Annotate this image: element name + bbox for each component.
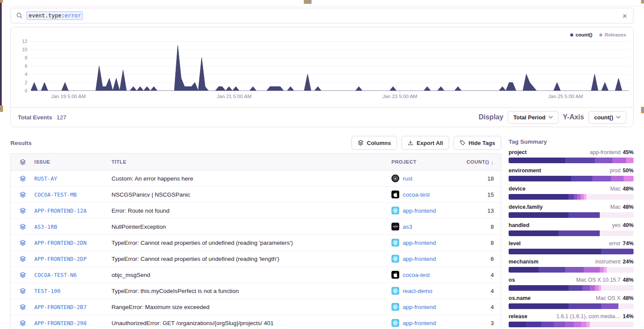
issue-link[interactable]: APP-FRONTEND-298 bbox=[34, 320, 112, 326]
yaxis-dropdown[interactable]: count() bbox=[588, 111, 626, 124]
facet-bar-segment[interactable] bbox=[568, 194, 574, 200]
project-link[interactable]: cocoa-test bbox=[403, 191, 430, 198]
facet-bar-segment[interactable] bbox=[601, 249, 634, 254]
facet-bar-segment[interactable] bbox=[554, 322, 565, 327]
facet-bar-segment[interactable] bbox=[581, 322, 586, 327]
issue-link[interactable]: APP-FRONTEND-2DP bbox=[34, 256, 112, 262]
project-link[interactable]: app-frontend bbox=[403, 256, 436, 262]
issue-link[interactable]: APP-FRONTEND-2DN bbox=[34, 240, 112, 246]
facet-bar-segment[interactable] bbox=[595, 158, 612, 163]
project-link[interactable]: react-demo bbox=[403, 288, 432, 294]
facet-bar-segment[interactable] bbox=[571, 176, 592, 181]
facet-bar-segment[interactable] bbox=[574, 194, 578, 200]
facet-bar[interactable] bbox=[509, 176, 634, 181]
facet-bar-segment[interactable] bbox=[565, 158, 595, 163]
project-link[interactable]: app-frontend bbox=[403, 240, 436, 246]
facet-bar[interactable] bbox=[509, 212, 634, 218]
area-chart[interactable]: 024681012 bbox=[31, 41, 629, 91]
legend-item-releases[interactable]: Releases bbox=[599, 32, 626, 37]
facet-bar-segment[interactable] bbox=[624, 176, 634, 181]
facet-bar[interactable] bbox=[509, 230, 634, 236]
issue-link[interactable]: RUST-AY bbox=[34, 175, 112, 182]
facet-bar-segment[interactable] bbox=[565, 267, 584, 273]
project-link[interactable]: rust bbox=[403, 175, 413, 182]
facet-bar-segment[interactable] bbox=[526, 322, 541, 327]
legend-item-count[interactable]: count() bbox=[570, 32, 592, 37]
facet-bar-segment[interactable] bbox=[592, 176, 611, 181]
search-token[interactable]: event.type:error bbox=[26, 11, 83, 20]
facet-bar-segment[interactable] bbox=[559, 230, 600, 236]
facet-bar-segment[interactable] bbox=[509, 176, 571, 181]
facet-bar-segment[interactable] bbox=[541, 322, 554, 327]
issue-link[interactable]: APP-FRONTEND-12A bbox=[34, 207, 112, 214]
facet-bar-segment[interactable] bbox=[601, 303, 618, 309]
facet-bar[interactable] bbox=[509, 267, 634, 273]
project-link[interactable]: app-frontend bbox=[403, 207, 436, 214]
search-clear-button[interactable]: × bbox=[621, 12, 628, 20]
selection-handle[interactable] bbox=[0, 105, 3, 112]
facet-bar-segment[interactable] bbox=[568, 285, 582, 291]
facet-bar[interactable] bbox=[509, 303, 634, 309]
facet-bar-segment[interactable] bbox=[568, 303, 601, 309]
selection-handle[interactable] bbox=[641, 0, 644, 3]
selection-handle[interactable] bbox=[0, 0, 3, 3]
hide-tags-button[interactable]: Hide Tags bbox=[453, 136, 501, 150]
header-cell-project[interactable]: PROJECT bbox=[391, 159, 461, 164]
facet-bar-segment[interactable] bbox=[509, 158, 565, 163]
facet-bar-segment[interactable] bbox=[598, 285, 601, 291]
search-bar[interactable]: event.type:error × bbox=[10, 8, 634, 23]
issue-link[interactable]: COCOA-TEST-MB bbox=[34, 191, 112, 198]
issue-link[interactable]: COCOA-TEST-N6 bbox=[34, 272, 112, 278]
selection-handle[interactable] bbox=[641, 107, 644, 113]
facet: levelerror74% bbox=[509, 240, 634, 254]
facet-bar-segment[interactable] bbox=[509, 212, 568, 218]
export-all-button[interactable]: Export All bbox=[401, 136, 449, 150]
facet-bar-segment[interactable] bbox=[626, 158, 634, 163]
facet-bar[interactable] bbox=[509, 285, 634, 291]
facet-bar-segment[interactable] bbox=[509, 230, 559, 236]
facet-bar[interactable] bbox=[509, 194, 634, 200]
header-cell-count[interactable]: COUNT() ↓ bbox=[461, 159, 501, 165]
display-dropdown[interactable]: Total Period bbox=[508, 111, 559, 124]
header-cell-issue[interactable]: ISSUE bbox=[34, 159, 112, 164]
facet-bar-segment[interactable] bbox=[577, 194, 580, 200]
facet-bar-segment[interactable] bbox=[539, 267, 565, 273]
facet: handledyes40% bbox=[509, 222, 634, 236]
facet-bar-segment[interactable] bbox=[611, 176, 624, 181]
project-link[interactable]: app-frontend bbox=[403, 304, 436, 310]
issue-link[interactable]: APP-FRONTEND-2B7 bbox=[34, 304, 112, 310]
facet-percent: 24% bbox=[623, 259, 634, 265]
selection-handle[interactable] bbox=[304, 0, 312, 4]
facet-bar-segment[interactable] bbox=[509, 285, 568, 291]
facet-bar-segment[interactable] bbox=[509, 194, 568, 200]
facet-bar-segment[interactable] bbox=[509, 322, 526, 327]
project-link[interactable]: app-frontend bbox=[403, 320, 436, 326]
facet-bar-segment[interactable] bbox=[509, 303, 568, 309]
facet-bar[interactable] bbox=[509, 249, 634, 254]
facet-bar[interactable] bbox=[509, 322, 634, 327]
facet-bar-segment[interactable] bbox=[590, 285, 595, 291]
facet-bar-segment[interactable] bbox=[584, 267, 600, 273]
facet-bar-segment[interactable] bbox=[568, 212, 600, 218]
facet-bar-segment[interactable] bbox=[595, 285, 599, 291]
yaxis-label: Y-Axis bbox=[563, 113, 584, 121]
facet-bar-segment[interactable] bbox=[509, 249, 601, 254]
facet-bar-segment[interactable] bbox=[612, 158, 626, 163]
facet-bar-segment[interactable] bbox=[604, 267, 607, 273]
issue-link[interactable]: TEST-100 bbox=[34, 288, 112, 294]
facet-bar-segment[interactable] bbox=[586, 322, 590, 327]
project-link[interactable]: as3 bbox=[403, 224, 412, 230]
header-cell-title[interactable]: TITLE bbox=[112, 159, 391, 164]
facet-bar-segment[interactable] bbox=[584, 194, 586, 200]
project-link[interactable]: cocoa-test bbox=[403, 272, 430, 278]
facet-bar-segment[interactable] bbox=[565, 322, 574, 327]
facet-bar-segment[interactable] bbox=[509, 267, 539, 273]
facet-bar-segment[interactable] bbox=[582, 285, 590, 291]
issue-link[interactable]: AS3-1RB bbox=[34, 224, 112, 230]
facet-bar[interactable] bbox=[509, 158, 634, 163]
facet-bar-segment[interactable] bbox=[574, 322, 581, 327]
facet-bar-segment[interactable] bbox=[581, 194, 584, 200]
columns-button[interactable]: Columns bbox=[352, 136, 397, 150]
facet-bar-segment[interactable] bbox=[600, 267, 604, 273]
facet-value: Mac OS X 10.15.7 bbox=[576, 277, 621, 283]
